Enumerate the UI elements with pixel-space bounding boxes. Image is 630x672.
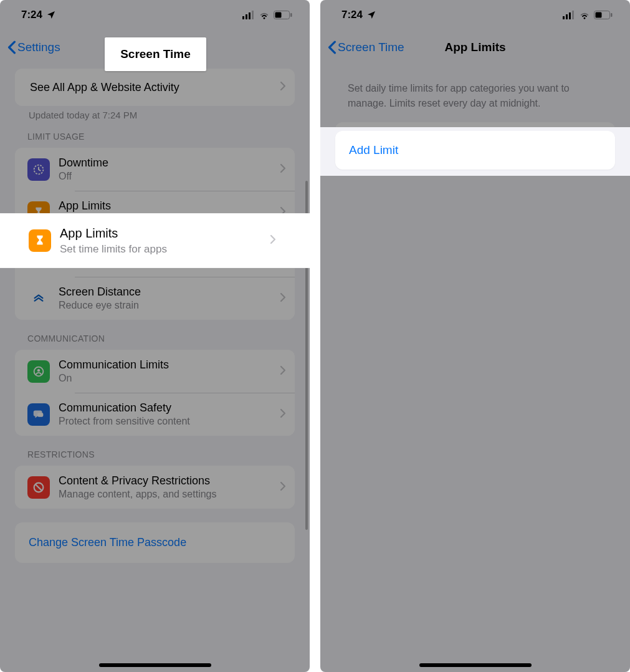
- activity-group: See All App & Website Activity: [15, 69, 295, 106]
- app-limits-title: App Limits: [59, 199, 276, 213]
- svg-line-13: [36, 484, 41, 490]
- downtime-subtitle: Off: [59, 171, 276, 182]
- status-bar: 7:24: [0, 0, 310, 30]
- status-time: 7:24: [341, 9, 363, 21]
- chevron-right-icon: [280, 481, 286, 494]
- screen-distance-subtitle: Reduce eye strain: [59, 300, 276, 311]
- app-limits-description: Set daily time limits for app categories…: [348, 81, 603, 111]
- activity-updated: Updated today at 7:24 PM: [29, 110, 295, 120]
- cellular-icon: [563, 11, 575, 19]
- location-icon: [366, 10, 376, 20]
- chat-bubbles-icon: [27, 403, 50, 426]
- activity-label: See All App & Website Activity: [30, 81, 276, 94]
- svg-rect-3: [252, 11, 254, 19]
- page-title-highlight: Screen Time: [105, 37, 206, 71]
- back-button[interactable]: Settings: [7, 41, 60, 54]
- svg-rect-5: [275, 12, 282, 18]
- screen-distance-icon: [27, 287, 50, 310]
- downtime-title: Downtime: [59, 156, 276, 170]
- app-limits-row-highlight[interactable]: App Limits Set time limits for apps: [0, 213, 310, 268]
- content-privacy-title: Content & Privacy Restrictions: [59, 474, 276, 487]
- communication-limits-row[interactable]: Communication Limits On: [15, 350, 295, 393]
- wifi-icon: [259, 11, 270, 19]
- hourglass-icon: [29, 229, 51, 252]
- change-passcode-link[interactable]: Change Screen Time Passcode: [15, 522, 295, 563]
- screen-distance-title: Screen Distance: [59, 286, 276, 299]
- app-limits-subtitle: Set time limits for apps: [60, 243, 270, 256]
- add-limit-button[interactable]: Add Limit: [335, 131, 615, 170]
- battery-icon: [274, 11, 292, 19]
- battery-icon: [594, 11, 613, 19]
- communication-limits-title: Communication Limits: [59, 358, 276, 372]
- communication-header: COMMUNICATION: [27, 334, 295, 343]
- chevron-right-icon: [280, 81, 286, 94]
- svg-rect-16: [569, 12, 571, 19]
- svg-rect-6: [290, 13, 292, 17]
- svg-rect-20: [611, 13, 613, 17]
- svg-rect-11: [37, 413, 43, 416]
- downtime-row[interactable]: Downtime Off: [15, 148, 295, 191]
- nav-bar: Screen Time App Limits: [320, 30, 630, 65]
- downtime-icon: [27, 158, 50, 181]
- wifi-icon: [579, 11, 590, 19]
- restrictions-group: Content & Privacy Restrictions Manage co…: [15, 466, 295, 509]
- screen-distance-row[interactable]: Screen Distance Reduce eye strain: [15, 277, 295, 320]
- app-limits-phone: 7:24 Screen Time: [320, 0, 630, 672]
- no-entry-icon: [27, 476, 50, 499]
- person-circle-icon: [27, 360, 50, 383]
- screen-time-phone: 7:24 Settings S: [0, 0, 310, 672]
- location-icon: [46, 10, 56, 20]
- content-privacy-row[interactable]: Content & Privacy Restrictions Manage co…: [15, 466, 295, 509]
- add-limit-group: Add Limit: [335, 131, 615, 170]
- chevron-right-icon: [270, 234, 276, 247]
- communication-safety-title: Communication Safety: [59, 401, 276, 415]
- see-all-activity-row[interactable]: See All App & Website Activity: [15, 69, 295, 106]
- chevron-right-icon: [280, 365, 286, 378]
- restrictions-header: RESTRICTIONS: [27, 449, 295, 459]
- home-indicator[interactable]: [99, 663, 211, 667]
- svg-rect-17: [572, 11, 574, 19]
- svg-rect-19: [596, 12, 602, 18]
- svg-rect-1: [246, 14, 247, 19]
- back-button[interactable]: Screen Time: [328, 41, 404, 54]
- cellular-icon: [242, 11, 255, 19]
- chevron-right-icon: [280, 292, 286, 305]
- chevron-right-icon: [280, 408, 286, 421]
- chevron-right-icon: [280, 163, 286, 176]
- passcode-group: Change Screen Time Passcode: [15, 522, 295, 563]
- content-privacy-subtitle: Manage content, apps, and settings: [59, 489, 276, 500]
- svg-rect-2: [249, 12, 251, 19]
- limit-usage-header: LIMIT USAGE: [27, 132, 295, 142]
- svg-rect-15: [566, 14, 568, 19]
- svg-point-10: [37, 368, 40, 371]
- status-bar: 7:24: [320, 0, 630, 30]
- home-indicator[interactable]: [419, 663, 532, 667]
- back-label: Settings: [17, 41, 60, 54]
- communication-group: Communication Limits On Communication Sa…: [15, 350, 295, 436]
- status-time: 7:24: [21, 9, 42, 21]
- back-label: Screen Time: [338, 41, 404, 54]
- svg-rect-14: [563, 16, 565, 19]
- app-limits-title: App Limits: [60, 226, 270, 241]
- communication-safety-subtitle: Protect from sensitive content: [59, 416, 276, 427]
- communication-limits-subtitle: On: [59, 373, 276, 384]
- svg-rect-0: [242, 16, 244, 19]
- communication-safety-row[interactable]: Communication Safety Protect from sensit…: [15, 393, 295, 436]
